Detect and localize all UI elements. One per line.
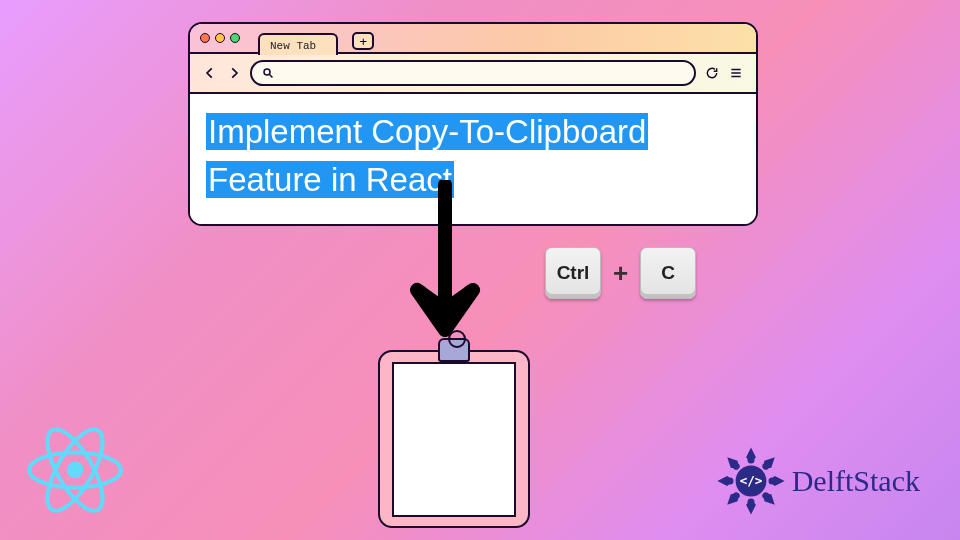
maximize-window-icon[interactable] bbox=[230, 33, 240, 43]
back-icon[interactable] bbox=[202, 65, 218, 81]
search-icon bbox=[262, 67, 274, 79]
svg-point-5 bbox=[747, 457, 754, 464]
brand-name: DelftStack bbox=[792, 464, 920, 498]
clipboard-paper bbox=[392, 362, 516, 517]
address-bar[interactable] bbox=[250, 60, 696, 86]
forward-icon[interactable] bbox=[226, 65, 242, 81]
toolbar bbox=[190, 54, 756, 94]
ctrl-key: Ctrl bbox=[545, 247, 601, 299]
browser-tab[interactable]: New Tab bbox=[258, 33, 338, 55]
keyboard-shortcut: Ctrl + C bbox=[545, 247, 696, 299]
delftstack-emblem-icon: </> bbox=[716, 446, 786, 516]
arrow-down-icon bbox=[405, 180, 485, 350]
traffic-lights bbox=[200, 33, 240, 43]
react-logo-icon bbox=[20, 420, 130, 520]
tab-strip: New Tab + bbox=[190, 24, 756, 54]
clipboard-illustration bbox=[378, 338, 530, 528]
svg-point-0 bbox=[264, 69, 270, 75]
c-key: C bbox=[640, 247, 696, 299]
reload-icon[interactable] bbox=[704, 65, 720, 81]
plus-symbol: + bbox=[613, 258, 628, 289]
brand-logo: </> DelftStack bbox=[716, 446, 920, 516]
minimize-window-icon[interactable] bbox=[215, 33, 225, 43]
clipboard-clip-icon bbox=[438, 338, 470, 362]
new-tab-button[interactable]: + bbox=[352, 32, 374, 50]
svg-text:</>: </> bbox=[739, 473, 762, 488]
svg-point-1 bbox=[67, 462, 84, 479]
menu-icon[interactable] bbox=[728, 65, 744, 81]
close-window-icon[interactable] bbox=[200, 33, 210, 43]
